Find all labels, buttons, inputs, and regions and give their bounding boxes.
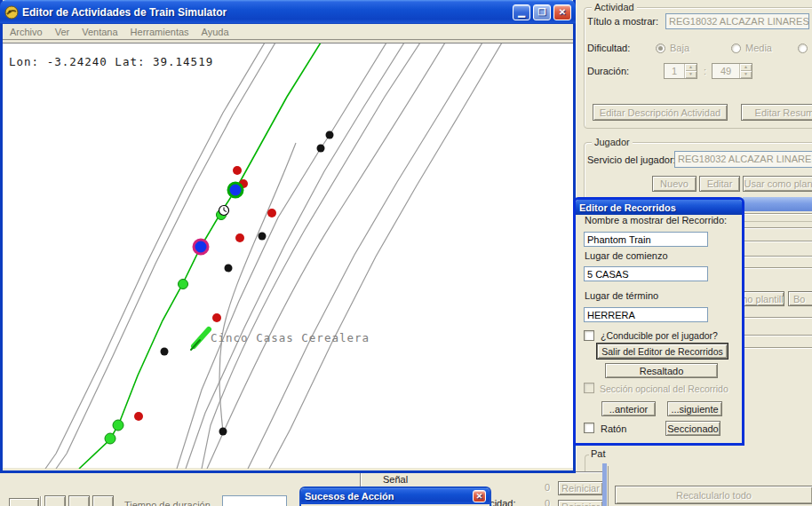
background-window-field-line (744, 335, 812, 336)
optional-section-label: Sección opcional del Recorrido (600, 383, 728, 394)
action-events-title: Sucesos de Acción (305, 491, 470, 502)
highlighted-route-line (79, 43, 321, 469)
route-end-label: Lugar de término (585, 290, 658, 301)
time-duration-label: Tiempo de duración (124, 500, 211, 506)
route-end-field[interactable]: HERRERA (584, 307, 708, 322)
edit-description-button[interactable]: Editar Descripción Actividad (593, 104, 728, 121)
exit-route-editor-button[interactable]: Salir del Editor de Recorridos (597, 344, 728, 359)
menu-archivo[interactable]: Archivo (10, 27, 43, 37)
drivable-checkbox-label: ¿Conducible por el jugador? (601, 330, 718, 341)
track-map: Cinco Casas Cerealera (3, 43, 573, 469)
main-window: Editor de Actividades de Train Simulator… (0, 0, 576, 473)
optional-section-checkbox[interactable] (584, 383, 594, 393)
duration-hours-spinner[interactable]: 1 ▲▼ (664, 63, 697, 79)
player-group-title: Jugador (592, 137, 633, 147)
pat-group-title-fragment: Pat (589, 448, 608, 459)
background-window-titlebar[interactable] (743, 197, 812, 211)
background-window-field-line (744, 213, 812, 215)
station-label: Cinco Casas Cerealera (211, 331, 370, 344)
recalc-window-inner-edge (608, 466, 609, 506)
track-lines (45, 43, 502, 469)
route-editor-titlebar[interactable]: Editor de Recorridos (576, 200, 742, 215)
route-start-marker[interactable] (228, 183, 243, 197)
close-button[interactable]: ✕ (553, 4, 571, 20)
toolbar-separator (40, 496, 42, 506)
spinner-down-icon: ▼ (685, 71, 697, 78)
previous-section-button[interactable]: ..anterior (601, 401, 656, 416)
speed-row-value: 0 (545, 498, 550, 506)
action-events-window: Sucesos de Acción ✕ (299, 486, 491, 506)
main-window-title: Editor de Actividades de Train Simulator (22, 6, 510, 19)
maximize-button[interactable]: ❐ (533, 4, 551, 20)
player-service-field[interactable]: REG18032 ALCAZAR LINARES (674, 151, 812, 168)
menu-ver[interactable]: Ver (55, 27, 70, 37)
route-editor-dialog: Editor de Recorridos Nombre a mostrar de… (573, 197, 744, 446)
player-new-button[interactable]: Nuevo (652, 176, 697, 192)
toolbar-button-2[interactable] (44, 495, 66, 506)
recalc-window: Recalcularlo todo (602, 463, 812, 506)
menu-herramientas[interactable]: Herramientas (131, 27, 189, 37)
toolbar-button-3[interactable] (68, 495, 90, 506)
duration-label: Duración: (587, 66, 629, 76)
app-icon (4, 5, 19, 20)
edit-summary-button[interactable]: Editar Resumen (741, 104, 812, 121)
delete-button-fragment[interactable]: Bo (788, 291, 812, 306)
use-as-template-button-fragment[interactable]: mo plantilla (744, 291, 784, 306)
route-start-label: Lugar de comienzo (585, 250, 668, 261)
difficulty-radio-low-label: Baja (670, 43, 689, 53)
difficulty-label: Dificultad: (587, 43, 630, 53)
sectioned-button[interactable]: Seccionado (665, 421, 720, 436)
minimize-button[interactable]: ▁ (513, 4, 530, 20)
speed-reset-button[interactable]: Reiniciar (558, 500, 603, 506)
route-name-label: Nombre a mostrar del Recorrido: (585, 215, 727, 225)
route-end-marker[interactable] (194, 240, 208, 254)
mouse-checkbox-label: Ratón (601, 423, 626, 434)
spinner-up-icon: ▲ (740, 64, 752, 71)
difficulty-radio-high[interactable] (798, 43, 808, 53)
background-window-field-line (744, 317, 812, 319)
activity-title-field[interactable]: REG18032 ALCAZAR LINARES (665, 13, 809, 29)
route-name-field[interactable]: Phantom Train (584, 232, 708, 247)
background-window-field-line (744, 241, 812, 242)
duration-separator: : (704, 66, 706, 76)
background-window-field-line (744, 227, 812, 229)
difficulty-radio-low[interactable] (656, 43, 665, 53)
signal-reset-button[interactable]: Reiniciar (558, 481, 603, 495)
toolbar-button-1[interactable] (9, 498, 39, 506)
action-events-titlebar[interactable]: Sucesos de Acción ✕ (301, 488, 490, 504)
next-section-button[interactable]: ...siguiente (667, 401, 722, 416)
highlight-button[interactable]: Resaltado (605, 363, 718, 378)
route-start-field[interactable]: 5 CASAS (584, 266, 708, 281)
menu-ayuda[interactable]: Ayuda (202, 27, 229, 37)
time-duration-combo[interactable] (222, 495, 287, 506)
map-area[interactable]: Cinco Casas Cerealera Lon: -3.24240 Lat:… (3, 43, 573, 468)
player-use-template-button[interactable]: Usar como plan (743, 176, 812, 192)
activity-group-title: Actividad (592, 2, 637, 12)
coordinates-readout: Lon: -3.24240 Lat: 39.14519 (9, 55, 213, 68)
activity-title-label: Título a mostrar: (587, 16, 658, 27)
clock-marker[interactable] (219, 206, 229, 216)
duration-minutes-spinner[interactable]: 49 ▲▼ (712, 63, 752, 79)
menu-bar: Archivo Ver Ventana Herramientas Ayuda (3, 24, 573, 41)
toolbar-button-4[interactable] (92, 495, 114, 506)
signal-row-label-fragment: Señal (383, 474, 408, 485)
player-edit-button[interactable]: Editar (699, 176, 740, 192)
spinner-up-icon: ▲ (685, 64, 697, 71)
main-window-titlebar[interactable]: Editor de Actividades de Train Simulator… (0, 0, 576, 24)
spinner-down-icon: ▼ (740, 71, 752, 78)
drivable-checkbox[interactable] (584, 330, 594, 341)
mouse-checkbox[interactable] (584, 423, 594, 433)
route-editor-title: Editor de Recorridos (579, 202, 676, 213)
recalculate-all-button[interactable]: Recalcularlo todo (615, 486, 812, 504)
difficulty-radio-mid[interactable] (731, 43, 741, 53)
player-service-label: Servicio del jugador: (587, 154, 676, 165)
menu-ventana[interactable]: Ventana (82, 27, 117, 37)
signal-row-value: 0 (545, 482, 550, 493)
background-window-field-line (744, 347, 812, 349)
background-window-field-line (744, 256, 812, 257)
difficulty-radio-mid-label: Media (745, 43, 772, 53)
action-events-close-icon[interactable]: ✕ (473, 490, 486, 502)
background-window-field-line (744, 267, 812, 269)
